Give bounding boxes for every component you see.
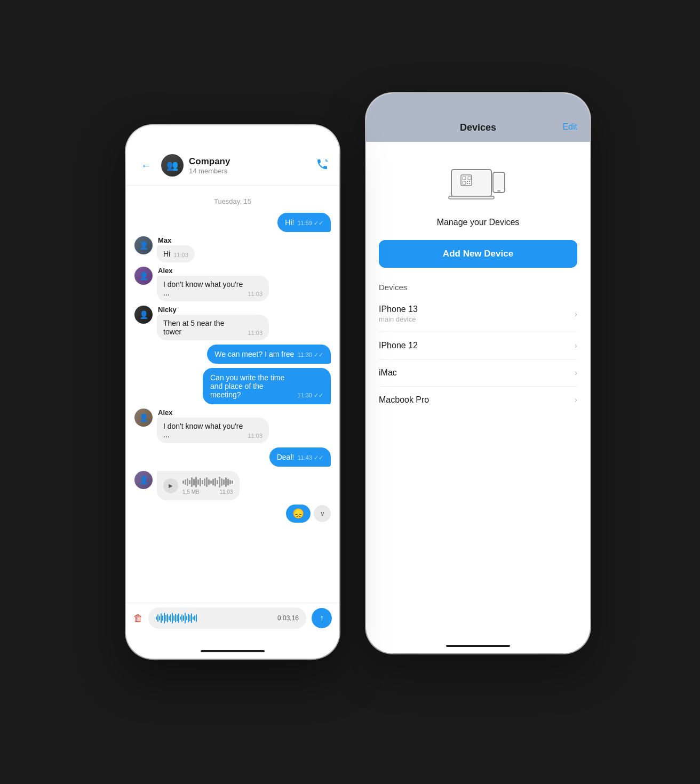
expand-reactions-button[interactable]: ∨ xyxy=(314,505,331,522)
emoji-reaction-row: 😞 ∨ xyxy=(286,505,331,523)
device-name: IPhone 13 xyxy=(379,305,418,314)
chevron-right-icon: › xyxy=(575,341,577,350)
devices-section-title: Devices xyxy=(379,283,577,292)
svg-rect-10 xyxy=(449,196,494,199)
recording-timer: 0:03,16 xyxy=(277,614,299,622)
message-time: 11:03 xyxy=(248,433,262,439)
device-item-iphone12[interactable]: IPhone 12 › xyxy=(379,332,577,359)
sender-name: Alex xyxy=(158,409,269,417)
device-item-imac[interactable]: iMac › xyxy=(379,359,577,387)
device-name: Macbook Pro xyxy=(379,395,429,405)
devices-header: Devices Edit xyxy=(366,93,590,142)
play-button[interactable]: ▶ xyxy=(163,478,178,493)
message-text: Hi xyxy=(163,250,170,258)
device-name: IPhone 12 xyxy=(379,341,418,350)
edit-button[interactable]: Edit xyxy=(562,122,577,132)
chat-input-area: 🗑 xyxy=(126,603,339,648)
home-indicator xyxy=(446,645,510,647)
message-nicky: 👤 Nicky Then at 5 near the tower 11:03 xyxy=(134,306,331,340)
message-text: Can you write the time and place of the … xyxy=(210,373,294,399)
chevron-right-icon: › xyxy=(575,368,577,378)
audio-message: 👤 ▶ xyxy=(134,471,331,500)
svg-rect-6 xyxy=(467,181,468,182)
message-write-out: Can you write the time and place of the … xyxy=(203,368,331,404)
nicky-avatar: 👤 xyxy=(134,306,153,324)
svg-rect-7 xyxy=(469,181,470,182)
message-text: Deal! xyxy=(277,453,295,461)
recording-waveform xyxy=(156,612,274,625)
audio-size: 1,5 MB xyxy=(182,489,200,495)
sender-name: Alex xyxy=(158,267,269,275)
chat-header: ← 👥 Company 14 members xyxy=(126,125,339,186)
chevron-right-icon: › xyxy=(575,395,577,405)
audio-recording-bar: 0:03,16 xyxy=(148,607,306,629)
svg-rect-9 xyxy=(469,183,470,184)
message-time: 11:30 ✓✓ xyxy=(297,392,323,399)
chevron-right-icon: › xyxy=(575,309,577,319)
chat-header-info: 👥 Company 14 members xyxy=(161,154,311,177)
add-new-device-button[interactable]: Add New Device xyxy=(379,240,577,268)
scene: ← 👥 Company 14 members xyxy=(110,72,590,712)
members-count: 14 members xyxy=(189,167,230,175)
group-avatar: 👥 xyxy=(161,154,184,177)
device-item-macbookpro[interactable]: Macbook Pro › xyxy=(379,387,577,413)
device-badge: main device xyxy=(379,315,418,323)
device-list: IPhone 13 main device › IPhone 12 › xyxy=(379,296,577,413)
message-time: 11:43 ✓✓ xyxy=(297,454,323,461)
message-time: 11:03 xyxy=(173,252,188,258)
message-time: 11:30 ✓✓ xyxy=(297,351,323,358)
devices-body: Manage your Devices Add New Device Devic… xyxy=(366,142,590,641)
max-avatar: 👤 xyxy=(134,236,153,254)
date-divider: Tuesday, 15 xyxy=(134,197,331,205)
message-alex-1: 👤 Alex I don't know what you're ... 11:0… xyxy=(134,267,331,301)
sender-name: Max xyxy=(158,236,195,244)
chat-body: Tuesday, 15 Hi! 11:59 ✓✓ 👤 Max xyxy=(126,186,339,603)
message-text: I don't know what you're ... xyxy=(163,422,244,439)
manage-devices-text: Manage your Devices xyxy=(437,218,520,227)
emoji-reaction[interactable]: 😞 xyxy=(286,505,311,523)
device-item-iphone13[interactable]: IPhone 13 main device › xyxy=(379,296,577,332)
message-hi-out: Hi! 11:59 ✓✓ xyxy=(277,213,331,232)
back-button[interactable]: ← xyxy=(137,157,156,174)
message-meet-out: We can meet? I am free 11:30 ✓✓ xyxy=(207,345,331,364)
message-text: Hi! xyxy=(285,218,294,227)
device-name: iMac xyxy=(379,368,397,378)
message-time: 11:03 xyxy=(248,291,262,297)
home-indicator xyxy=(201,650,265,652)
message-text: Then at 5 near the tower xyxy=(163,319,244,336)
message-max-hi: 👤 Max Hi 11:03 xyxy=(134,236,331,262)
group-name: Company xyxy=(189,156,230,167)
message-text: I don't know what you're ... xyxy=(163,280,244,297)
message-text: We can meet? I am free xyxy=(214,350,294,358)
call-button[interactable] xyxy=(316,158,329,173)
devices-title: Devices xyxy=(460,122,496,133)
audio-time: 11:03 xyxy=(219,489,233,495)
svg-rect-8 xyxy=(467,183,468,184)
alex2-avatar: 👤 xyxy=(134,409,153,427)
message-deal-out: Deal! 11:43 ✓✓ xyxy=(269,447,331,467)
device-illustration xyxy=(446,159,510,209)
waveform: 1,5 MB 11:03 xyxy=(182,476,233,495)
send-button[interactable]: ↑ xyxy=(312,608,332,628)
chat-phone: ← 👥 Company 14 members xyxy=(126,125,339,659)
message-time: 11:59 ✓✓ xyxy=(297,220,323,227)
chat-header-title: Company 14 members xyxy=(189,156,230,175)
devices-phone: Devices Edit xyxy=(366,93,590,653)
sender-name: Nicky xyxy=(158,306,269,314)
svg-rect-12 xyxy=(494,174,504,189)
message-time: 11:03 xyxy=(248,330,262,336)
message-alex-2: 👤 Alex I don't know what you're ... 11:0… xyxy=(134,409,331,443)
delete-recording-button[interactable]: 🗑 xyxy=(133,613,143,624)
audio-sender-avatar: 👤 xyxy=(134,471,153,489)
svg-rect-13 xyxy=(497,190,500,191)
alex-avatar: 👤 xyxy=(134,267,153,285)
